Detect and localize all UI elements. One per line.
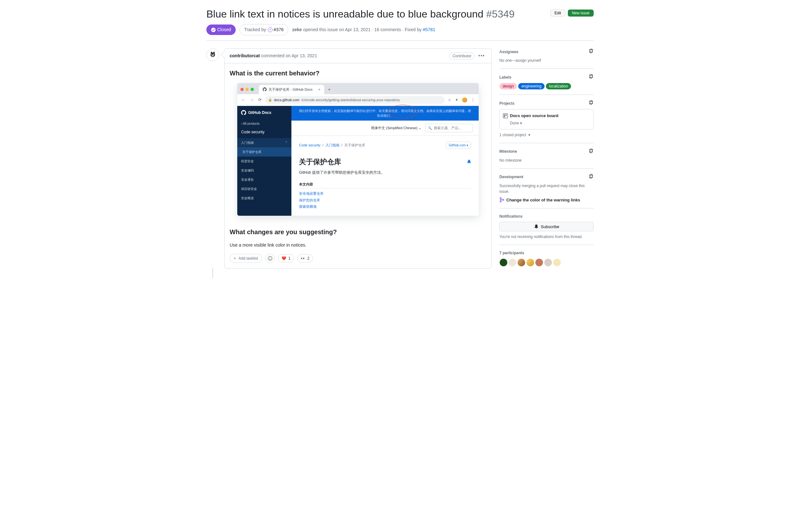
docs-nav-item: 入门指南⌃	[237, 138, 291, 147]
git-merge-icon	[499, 197, 505, 202]
author-link[interactable]: zeke	[292, 27, 302, 32]
svg-point-11	[271, 258, 271, 258]
svg-point-15	[500, 197, 501, 199]
dropdown-icon[interactable]: ▾	[520, 121, 522, 125]
participant-avatar[interactable]	[499, 258, 508, 267]
attached-screenshot[interactable]: 关于保护仓库 - GitHub Docs × + ← → ⟳	[237, 83, 479, 216]
window-controls	[240, 88, 254, 91]
chevron-down-icon: ⌄	[418, 126, 421, 130]
new-issue-button[interactable]: New issue	[568, 10, 594, 17]
address-bar: 🔒 docs.github.com/cn/code-security/getti…	[265, 96, 444, 104]
milestone-content: No milestone	[499, 157, 594, 163]
assignees-content: No one—assign yourself	[499, 58, 594, 63]
svg-rect-12	[503, 114, 508, 118]
assignees-title: Assignees	[499, 49, 519, 55]
participant-avatar[interactable]	[553, 258, 561, 267]
closed-projects-toggle[interactable]: 1 closed project ▾	[499, 132, 594, 138]
section-heading: What is the current behavior?	[230, 69, 486, 78]
author-avatar[interactable]	[206, 49, 219, 61]
browser-tab: 关于保护仓库 - GitHub Docs ×	[259, 85, 324, 94]
label-chip[interactable]: engineering	[518, 83, 545, 90]
notifications-text: You're not receiving notifications from …	[499, 234, 594, 240]
participant-avatar[interactable]	[544, 258, 552, 267]
participant-avatar[interactable]	[535, 258, 543, 267]
reaction-heart[interactable]: ❤️1	[278, 254, 294, 263]
new-tab-icon: +	[328, 86, 331, 93]
lock-icon: 🔒	[268, 97, 272, 102]
subscribe-button[interactable]: Subscribe	[499, 222, 594, 231]
timeline-connector	[213, 269, 492, 278]
fixed-by-link[interactable]: #5781	[423, 27, 435, 32]
print-icon: 🖶	[467, 159, 471, 165]
label-chip[interactable]: localization	[546, 83, 571, 90]
version-dropdown: GitHub.com ▾	[446, 141, 471, 149]
back-icon: ←	[241, 97, 245, 103]
participants-title: 7 participants	[499, 250, 524, 256]
issue-meta: zeke opened this issue on Apr 13, 2021 ·…	[292, 26, 435, 33]
tracked-closed-icon	[268, 27, 273, 32]
edit-button[interactable]: Edit	[550, 10, 565, 17]
octocat-icon	[208, 50, 217, 59]
reaction-eyes[interactable]: 👀2	[297, 254, 313, 263]
docs-nav-item: 机密安全	[237, 156, 291, 166]
extension-icon: ✦	[455, 97, 458, 103]
add-reaction-button[interactable]	[265, 253, 275, 263]
comment-text: Use a more visible link color in notices…	[230, 242, 486, 248]
labels-title: Labels	[499, 74, 511, 80]
divider	[206, 40, 594, 41]
gear-icon[interactable]	[588, 74, 594, 80]
gear-icon[interactable]	[588, 174, 594, 180]
assign-yourself-link[interactable]: assign yourself	[515, 58, 541, 63]
participant-avatar[interactable]	[508, 258, 516, 267]
notifications-title: Notifications	[499, 213, 523, 219]
docs-nav-item: 安全概述	[237, 193, 291, 203]
svg-point-17	[503, 199, 504, 201]
github-mark-icon	[241, 110, 246, 115]
gear-icon[interactable]	[588, 148, 594, 155]
development-content: Successfully merging a pull request may …	[499, 183, 594, 194]
translation-notice-banner: 我们经常发布文档更新，此页面的翻译可能仍在进行中。有关最新信息，请访问英文文档。…	[291, 106, 479, 120]
tracked-by-badge[interactable]: Tracked by #376	[239, 24, 289, 35]
add-tasklist-button[interactable]: Add tasklist	[230, 254, 262, 263]
docs-search-input: 搜索主题、产品...	[425, 124, 473, 132]
project-icon	[503, 113, 508, 118]
issue-number: #5349	[486, 8, 515, 20]
docs-back-link: All products	[237, 119, 291, 128]
smiley-icon	[268, 256, 273, 261]
participant-avatar[interactable]	[526, 258, 534, 267]
gear-icon[interactable]	[588, 100, 594, 107]
menu-icon: ⋮	[471, 97, 475, 103]
gear-icon[interactable]	[588, 49, 594, 55]
project-card[interactable]: Docs open source board Done ▾	[499, 109, 594, 130]
issue-comment: contributorcat commented on Apr 13, 2021…	[224, 49, 492, 269]
svg-point-8	[212, 55, 214, 56]
forward-icon: →	[250, 97, 254, 103]
participant-avatar[interactable]	[517, 258, 526, 267]
github-mark-icon	[263, 88, 267, 91]
comment-date[interactable]: on Apr 13, 2021	[286, 53, 317, 58]
reload-icon: ⟳	[258, 97, 262, 103]
svg-point-10	[269, 258, 270, 258]
contributor-badge: Contributor	[449, 53, 474, 59]
issue-state-badge: Closed	[206, 24, 236, 35]
docs-page-title: 关于保护仓库	[299, 156, 341, 167]
projects-title: Projects	[499, 100, 514, 106]
milestone-title: Milestone	[499, 149, 517, 154]
comment-author[interactable]: contributorcat	[230, 53, 260, 58]
language-selector: 简体中文 (Simplified Chinese) ⌄	[371, 125, 421, 131]
bell-icon	[534, 224, 539, 229]
docs-nav-item: 安全编码	[237, 166, 291, 175]
svg-point-6	[212, 54, 212, 54]
issue-title: Blue link text in notices is unreadable …	[206, 8, 548, 20]
development-title: Development	[499, 174, 523, 180]
star-icon: ☆	[448, 97, 451, 103]
profile-avatar-icon	[462, 97, 467, 102]
docs-nav-item: 安全通告	[237, 175, 291, 184]
closed-icon	[211, 27, 216, 33]
label-chip[interactable]: design	[499, 83, 517, 90]
linked-pr[interactable]: Change the color of the warning links	[499, 197, 594, 203]
comment-menu-button[interactable]: •••	[477, 51, 486, 60]
svg-rect-13	[504, 114, 505, 117]
svg-point-9	[268, 256, 272, 260]
docs-nav-item: 关于保护仓库	[237, 147, 291, 156]
